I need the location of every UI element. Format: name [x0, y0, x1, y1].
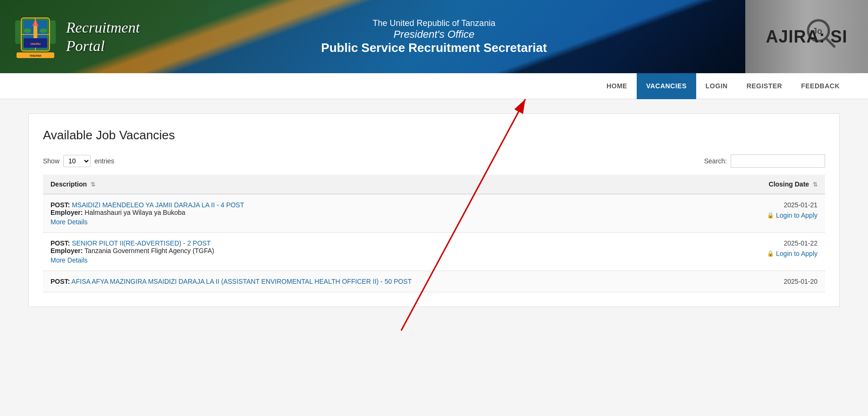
closing-date-value: 2025-01-21	[716, 201, 817, 209]
republic-text: The United Republic of Tanzania	[321, 18, 547, 28]
post-title-link[interactable]: AFISA AFYA MAZINGIRA MSAIDIZI DARAJA LA …	[71, 278, 412, 285]
nav-login[interactable]: LOGIN	[696, 73, 737, 99]
portal-name: Recruitment Portal	[66, 18, 140, 55]
closing-date-value: 2025-01-20	[716, 278, 817, 285]
login-to-apply-link[interactable]: 🔒Login to Apply	[716, 250, 817, 257]
description-cell: POST: SENIOR PILOT II(RE-ADVERTISED) - 2…	[43, 233, 709, 271]
post-title-link[interactable]: SENIOR PILOT II(RE-ADVERTISED) - 2 POST	[72, 239, 211, 247]
closing-sort-icon[interactable]: ⇅	[813, 181, 817, 188]
col-description[interactable]: Description ⇅	[43, 175, 709, 194]
more-details-link[interactable]: More Details	[51, 218, 701, 226]
nav-home[interactable]: HOME	[597, 73, 637, 99]
post-label: POST:	[51, 201, 70, 209]
employer-name: Tanzania Government Flight Agency (TGFA)	[84, 247, 214, 255]
post-title-link[interactable]: MSAIDIZI MAENDELEO YA JAMII DARAJA LA II…	[72, 201, 244, 209]
lock-icon: 🔒	[767, 250, 774, 257]
closing-date-cell: 2025-01-22🔒Login to Apply	[709, 233, 825, 271]
description-cell: POST: AFISA AFYA MAZINGIRA MSAIDIZI DARA…	[43, 271, 709, 292]
svg-text:TANZANIA: TANZANIA	[29, 54, 42, 57]
show-entries-control: Show 10 25 50 100 entries	[43, 155, 114, 167]
closing-date-value: 2025-01-22	[716, 239, 817, 247]
employer-name: Halmashauri ya Wilaya ya Bukoba	[84, 209, 185, 216]
login-to-apply-link[interactable]: 🔒Login to Apply	[716, 212, 817, 219]
main-content: Available Job Vacancies Show 10 25 50 10…	[28, 113, 840, 307]
nav-feedback[interactable]: FEEDBACK	[792, 73, 849, 99]
site-header: UHURU TANZANIA Recruitment Portal The Un…	[0, 0, 868, 73]
lock-icon: 🔒	[767, 212, 774, 219]
header-content: UHURU TANZANIA Recruitment Portal	[0, 11, 154, 63]
table-row: POST: SENIOR PILOT II(RE-ADVERTISED) - 2…	[43, 233, 825, 271]
employer-label: Employer:	[51, 209, 83, 216]
show-label: Show	[43, 157, 59, 165]
closing-date-cell: 2025-01-21🔒Login to Apply	[709, 194, 825, 233]
closing-date-cell: 2025-01-20	[709, 271, 825, 292]
office-text: President's Office	[321, 28, 547, 41]
search-box: Search:	[704, 154, 825, 168]
header-right-image: Jo AJIRA: SI	[745, 0, 868, 73]
description-cell: POST: MSAIDIZI MAENDELEO YA JAMII DARAJA…	[43, 194, 709, 233]
ajira-banner: AJIRA: SI	[766, 27, 847, 47]
post-label: POST:	[51, 278, 70, 285]
table-controls: Show 10 25 50 100 entries Search:	[43, 154, 825, 168]
table-row: POST: MSAIDIZI MAENDELEO YA JAMII DARAJA…	[43, 194, 825, 233]
page-title: Available Job Vacancies	[43, 128, 825, 143]
vacancies-table: Description ⇅ Closing Date ⇅ POST: MSAID…	[43, 175, 825, 292]
description-sort-icon[interactable]: ⇅	[91, 181, 95, 188]
svg-point-6	[24, 28, 31, 33]
svg-text:UHURU: UHURU	[30, 42, 41, 45]
navigation-bar: HOME VACANCIES LOGIN REGISTER FEEDBACK	[0, 73, 868, 99]
more-details-link[interactable]: More Details	[51, 256, 701, 264]
table-header-row: Description ⇅ Closing Date ⇅	[43, 175, 825, 194]
header-center: The United Republic of Tanzania Presiden…	[321, 18, 547, 55]
search-label: Search:	[704, 157, 727, 165]
svg-rect-11	[50, 20, 56, 44]
login-to-apply-text: Login to Apply	[776, 250, 817, 257]
post-label: POST:	[51, 239, 70, 247]
nav-register[interactable]: REGISTER	[737, 73, 792, 99]
entries-label: entries	[94, 157, 114, 165]
entries-select[interactable]: 10 25 50 100	[63, 155, 91, 167]
table-row: POST: AFISA AFYA MAZINGIRA MSAIDIZI DARA…	[43, 271, 825, 292]
employer-label: Employer:	[51, 247, 83, 255]
portal-title-text: Recruitment Portal	[66, 18, 140, 55]
svg-point-7	[40, 28, 47, 33]
secretariat-text: Public Service Recruitment Secretariat	[321, 41, 547, 55]
col-closing-date[interactable]: Closing Date ⇅	[709, 175, 825, 194]
login-to-apply-text: Login to Apply	[776, 212, 817, 219]
search-input[interactable]	[731, 154, 825, 168]
coat-of-arms-icon: UHURU TANZANIA	[14, 11, 57, 63]
nav-vacancies[interactable]: VACANCIES	[637, 73, 696, 99]
svg-rect-10	[15, 20, 21, 44]
